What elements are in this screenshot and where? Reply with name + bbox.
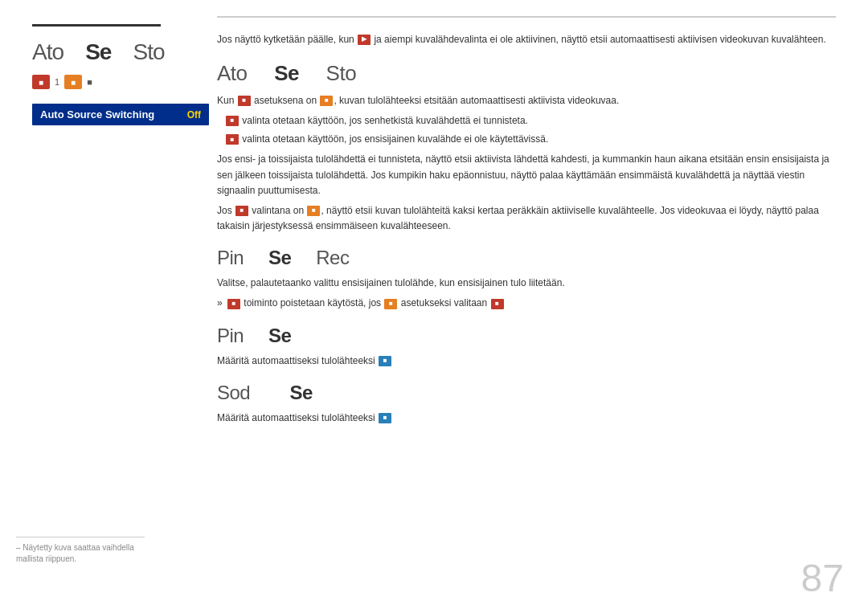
auto-source-menu-item[interactable]: Auto Source Switching Off [32,104,209,125]
s3-para1: Määritä automaattiseksi tulolähteeksi ■ [217,353,836,369]
intro-paragraph: Jos näyttö kytketään päälle, kun ▶ ja ai… [217,32,836,47]
s1-para4: Jos ensi- ja toissijaista tulolähdettä e… [217,152,836,198]
icon1: ■ [32,75,50,89]
inline-icon-s4: ■ [379,413,391,423]
s2-h-p2: Se [268,247,291,268]
inline-icon-s1f: ■ [307,206,320,216]
s1-h-p2: Se [274,61,299,85]
s2-para1: Valitse, palautetaanko valittu ensisijai… [217,276,836,291]
s3-h-p2: Se [268,325,291,346]
sidebar-icons: ■ 1 ■ ■ [32,75,177,89]
s2-h-p3: Rec [316,247,349,268]
s4-h-p2: Se [290,382,313,403]
s1-h-p3: Sto [326,61,357,85]
page-number: 87 [801,556,844,600]
inline-icon-s2: ■ [227,299,240,309]
inline-icon-s1d: ■ [226,134,239,145]
section4: Sod Se Määritä automaattiseksi tulolähte… [217,382,836,426]
sidebar-title-text: Ato Se Sto [32,41,177,63]
icon-label2: ■ [87,77,92,87]
main-content: Jos näyttö kytketään päälle, kun ▶ ja ai… [193,0,868,613]
section4-heading: Sod Se [217,382,836,404]
title-part1: Ato [32,39,63,64]
inline-icon-s1c: ■ [226,116,239,126]
s1-para1: Kun ■ asetuksena on ■, kuvan tulolähteek… [217,93,836,108]
s1-para5: Jos ■ valintana on ■, näyttö etsii kuvan… [217,203,836,234]
inline-icon-s1e: ■ [235,206,248,216]
s1-para3: ■ valinta otetaan käyttöön, jos ensisija… [217,132,836,147]
icon-label1: 1 [55,77,59,87]
section2: Pin Se Rec Valitse, palautetaanko valitt… [217,247,836,311]
s3-h-p1: Pin [217,325,244,346]
s2-bullet1: ■ toiminto poistetaan käytöstä, jos ■ as… [217,296,836,311]
page-container: Ato Se Sto ■ 1 ■ ■ Auto Source Switching… [0,0,868,613]
sidebar: Ato Se Sto ■ 1 ■ ■ Auto Source Switching… [0,0,193,613]
title-part3: Sto [133,39,165,64]
section3-heading: Pin Se [217,325,836,347]
footnote-line [16,537,145,537]
section1-heading: Ato Se Sto [217,62,836,85]
s1-h-p1: Ato [217,61,248,85]
s2-h-p1: Pin [217,247,244,268]
inline-icon-s2c: ■ [491,299,504,309]
s4-para1: Määritä automaattiseksi tulolähteeksi ■ [217,411,836,426]
s4-h-p1: Sod [217,382,250,403]
menu-item-label: Auto Source Switching [40,108,154,121]
sidebar-title: Ato Se Sto [32,41,177,63]
section2-heading: Pin Se Rec [217,247,836,269]
inline-icon-s2b: ■ [384,299,397,309]
s1-para2: ■ valinta otetaan käyttöön, jos senhetki… [217,113,836,129]
inline-icon-s1: ■ [238,96,251,106]
main-top-line [217,16,836,18]
inline-icon-s1b: ■ [320,96,333,106]
section1: Ato Se Sto Kun ■ asetuksena on ■, kuvan … [217,62,836,234]
icon2: ■ [64,75,82,89]
inline-icon-red: ▶ [358,35,371,45]
sidebar-top-line [32,24,161,27]
footnote-text: – Näytetty kuva saattaa vaihdella mallis… [16,542,161,565]
title-part2: Se [85,39,111,64]
inline-icon-s3: ■ [379,356,391,366]
sidebar-footnote: – Näytetty kuva saattaa vaihdella mallis… [16,537,161,565]
section3: Pin Se Määritä automaattiseksi tulolähte… [217,325,836,369]
